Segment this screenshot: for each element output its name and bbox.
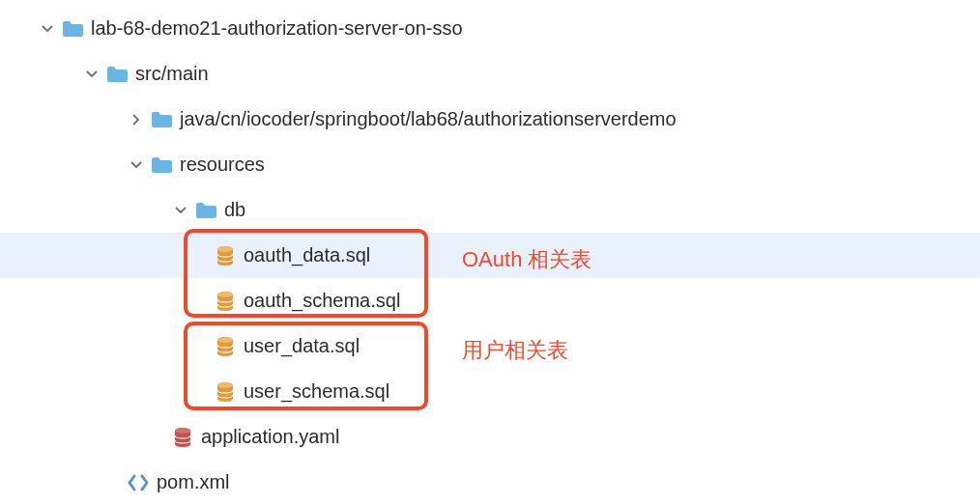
yaml-icon: [172, 427, 193, 448]
tree-label: oauth_schema.sql: [244, 290, 400, 312]
database-icon: [215, 291, 236, 312]
svg-point-3: [217, 292, 233, 297]
xml-icon: [128, 472, 149, 493]
tree-label: src/main: [135, 63, 209, 85]
svg-point-9: [175, 428, 190, 434]
tree-folder-java-pkg[interactable]: java/cn/iocoder/springboot/lab68/authori…: [0, 97, 980, 142]
svg-point-7: [217, 382, 233, 388]
tree-label: user_schema.sql: [244, 380, 389, 403]
tree-label: user_data.sql: [244, 335, 360, 357]
tree-folder-src-main[interactable]: src/main: [0, 51, 980, 97]
tree-label: application.yaml: [201, 426, 339, 448]
chevron-right-icon[interactable]: [128, 111, 145, 128]
database-icon: [215, 245, 236, 266]
svg-point-5: [217, 337, 233, 343]
tree-folder-root[interactable]: lab-68-demo21-authorization-server-on-ss…: [0, 6, 980, 51]
tree-file-user-schema[interactable]: user_schema.sql: [0, 369, 980, 414]
database-icon: [215, 336, 236, 357]
tree-folder-db[interactable]: db: [0, 187, 980, 233]
tree-label: db: [224, 199, 245, 221]
annotation-oauth-label: OAuth 相关表: [462, 245, 591, 274]
tree-label: oauth_data.sql: [244, 244, 370, 266]
folder-icon: [151, 154, 172, 176]
tree-file-application-yaml[interactable]: application.yaml: [0, 414, 980, 460]
folder-icon: [195, 200, 216, 221]
tree-folder-resources[interactable]: resources: [0, 142, 980, 187]
tree-label: java/cn/iocoder/springboot/lab68/authori…: [180, 108, 677, 130]
annotation-user-label: 用户相关表: [462, 336, 568, 365]
database-icon: [215, 381, 236, 403]
chevron-down-icon[interactable]: [128, 156, 145, 174]
svg-point-1: [217, 246, 233, 252]
folder-icon: [106, 64, 128, 85]
tree-file-pom[interactable]: pom.xml: [0, 460, 980, 504]
folder-icon: [62, 18, 83, 40]
chevron-down-icon[interactable]: [83, 66, 101, 83]
chevron-down-icon[interactable]: [39, 20, 56, 38]
tree-label: resources: [180, 154, 265, 176]
tree-label: lab-68-demo21-authorization-server-on-ss…: [91, 17, 463, 40]
chevron-down-icon[interactable]: [172, 202, 189, 219]
tree-label: pom.xml: [157, 471, 230, 493]
tree-file-oauth-schema[interactable]: oauth_schema.sql: [0, 278, 980, 323]
folder-icon: [151, 109, 172, 130]
